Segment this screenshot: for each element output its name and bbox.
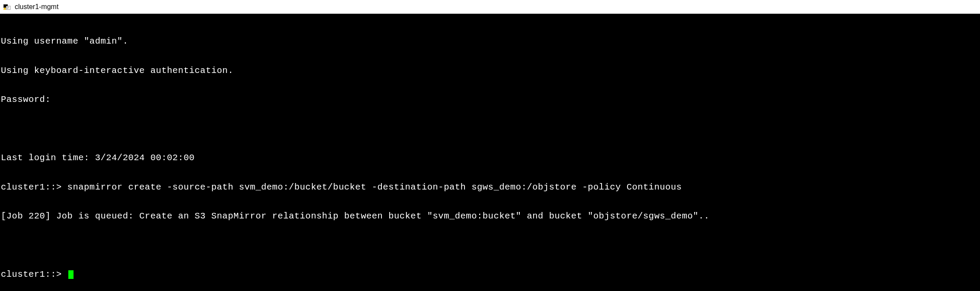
terminal-line: Using username "admin".: [1, 37, 979, 47]
terminal-line: [1, 241, 979, 251]
terminal-cursor: [68, 270, 74, 279]
window-titlebar: cluster1-mgmt: [0, 0, 980, 14]
terminal-line: Last login time: 3/24/2024 00:02:00: [1, 153, 979, 163]
window-title: cluster1-mgmt: [15, 3, 58, 11]
terminal-prompt: cluster1::>: [1, 270, 67, 280]
putty-icon: [3, 3, 11, 11]
terminal-line: [1, 124, 979, 134]
terminal-line: cluster1::> snapmirror create -source-pa…: [1, 183, 979, 193]
terminal-prompt-line[interactable]: cluster1::>: [1, 270, 979, 280]
terminal-output[interactable]: Using username "admin". Using keyboard-i…: [0, 14, 980, 291]
terminal-line: Using keyboard-interactive authenticatio…: [1, 66, 979, 76]
terminal-line: [Job 220] Job is queued: Create an S3 Sn…: [1, 212, 979, 221]
terminal-line: Password:: [1, 95, 979, 105]
